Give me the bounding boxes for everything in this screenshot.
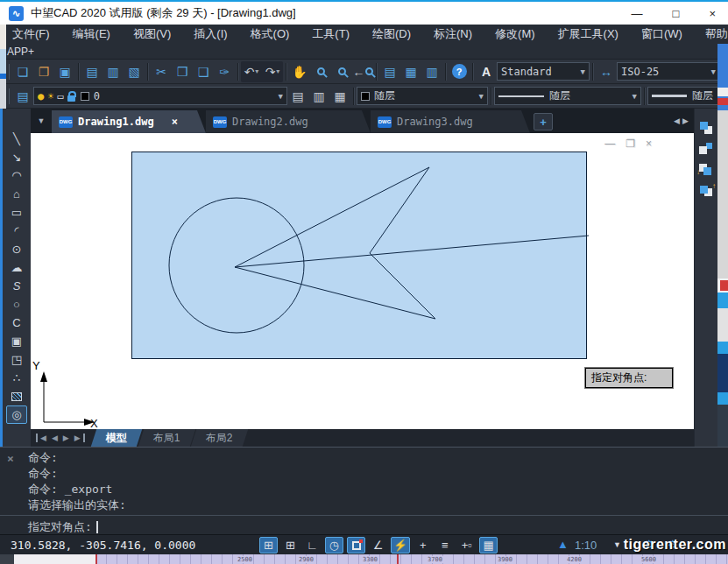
layer-isolate-button[interactable]: ▦ bbox=[329, 86, 350, 107]
tab-layout2[interactable]: 布局2 bbox=[191, 429, 248, 447]
menu-view[interactable]: 视图(V) bbox=[133, 26, 171, 42]
draw-point-button[interactable]: ∴ bbox=[6, 369, 27, 387]
hatch-button[interactable] bbox=[6, 387, 27, 405]
layer-plot-icon[interactable]: ▭ bbox=[57, 90, 63, 102]
layer-freeze-sun-icon[interactable]: ☀ bbox=[47, 90, 53, 102]
close-button[interactable]: × bbox=[709, 7, 716, 20]
osnap-toggle[interactable] bbox=[347, 537, 365, 553]
send-to-back-button[interactable] bbox=[698, 142, 714, 156]
layout-first-icon[interactable]: ◀ bbox=[36, 434, 46, 442]
new-tab-button[interactable]: + bbox=[534, 113, 553, 130]
undo-dropdown-icon[interactable]: ▾ bbox=[255, 67, 258, 75]
minimize-button[interactable]: — bbox=[632, 7, 643, 20]
dynamic-input-toggle[interactable]: ⚡ bbox=[391, 537, 410, 553]
print-button[interactable]: ▤ bbox=[81, 61, 102, 82]
copy-button[interactable]: ❒ bbox=[172, 61, 193, 82]
tab-list-dropdown-icon[interactable]: ▼ bbox=[31, 109, 52, 133]
region-button[interactable]: ◎ bbox=[6, 405, 27, 424]
bring-above-button[interactable]: ↓ bbox=[698, 163, 714, 177]
linetype-select[interactable]: 随层 ▼ bbox=[494, 87, 641, 105]
draw-line-button[interactable]: ╲ bbox=[6, 130, 27, 148]
tool-palettes-button[interactable]: ▥ bbox=[421, 61, 442, 82]
properties-palette-button[interactable]: ▤ bbox=[379, 61, 400, 82]
match-properties-button[interactable]: ✑ bbox=[214, 61, 235, 82]
tab-drawing3[interactable]: DWG Drawing3.dwg bbox=[371, 110, 530, 133]
new-file-button[interactable]: ❏ bbox=[12, 61, 33, 82]
maximize-button[interactable]: □ bbox=[673, 7, 680, 20]
text-style-icon[interactable]: A bbox=[476, 61, 497, 82]
menu-express-tools[interactable]: 扩展工具(X) bbox=[558, 26, 618, 42]
draw-polygon-button[interactable]: ⌂ bbox=[6, 185, 27, 203]
design-center-button[interactable]: ▦ bbox=[400, 61, 421, 82]
layout-prev-icon[interactable]: ◀ bbox=[52, 434, 58, 442]
dim-style-icon[interactable]: ↔ bbox=[596, 61, 617, 82]
layer-on-bulb-icon[interactable]: ● bbox=[38, 90, 44, 102]
save-button[interactable]: ▣ bbox=[54, 61, 75, 82]
menu-window[interactable]: 窗口(W) bbox=[641, 26, 682, 42]
draw-arc-button[interactable]: ◜ bbox=[6, 222, 27, 240]
redo-dropdown-icon[interactable]: ▾ bbox=[276, 67, 279, 75]
redo-button[interactable]: ↷▾ bbox=[262, 61, 283, 82]
tab-scroll-right-icon[interactable]: ▶ bbox=[682, 116, 689, 125]
tab-close-icon[interactable]: × bbox=[172, 116, 178, 128]
grid-toggle[interactable]: ⊞ bbox=[281, 537, 300, 553]
layer-previous-button[interactable]: ▤ bbox=[287, 86, 308, 107]
lineweight-select[interactable]: 随层 bbox=[647, 87, 720, 105]
draw-ellipse-button[interactable]: ○ bbox=[6, 295, 27, 314]
paste-button[interactable]: ❑ bbox=[193, 61, 214, 82]
draw-construction-line-button[interactable]: ↘ bbox=[6, 148, 27, 166]
menu-draw[interactable]: 绘图(D) bbox=[372, 26, 411, 42]
draw-rectangle-button[interactable]: ▭ bbox=[6, 203, 27, 222]
draw-polyline-button[interactable]: ◠ bbox=[6, 166, 27, 185]
layer-unlock-icon[interactable] bbox=[67, 95, 75, 102]
draw-revcloud-button[interactable]: ☁ bbox=[6, 258, 27, 277]
layout-next-icon[interactable]: ▶ bbox=[63, 434, 69, 442]
lineweight-toggle[interactable]: ≡ bbox=[435, 537, 454, 553]
layout-last-icon[interactable]: ▶ bbox=[74, 434, 85, 442]
tab-model[interactable]: 模型 bbox=[90, 429, 141, 447]
annotation-toggle[interactable]: +▫ bbox=[457, 537, 476, 553]
help-button[interactable]: ? bbox=[449, 61, 470, 82]
command-panel-close-icon[interactable]: × bbox=[7, 452, 14, 465]
snap-toggle[interactable]: ⊞ bbox=[259, 537, 278, 553]
draw-circle-button[interactable]: ⊙ bbox=[6, 240, 27, 258]
undo-button[interactable]: ↶▾ bbox=[241, 61, 262, 82]
tab-drawing1[interactable]: DWG Drawing1.dwg × bbox=[52, 110, 206, 133]
doc-minimize-icon[interactable]: — bbox=[604, 137, 615, 150]
bring-to-front-button[interactable] bbox=[698, 121, 714, 135]
drawing-canvas[interactable]: Y X 指定对角点: — ❐ × bbox=[31, 133, 694, 429]
text-style-select[interactable]: Standard ▼ bbox=[497, 62, 590, 81]
menu-format[interactable]: 格式(O) bbox=[251, 26, 290, 42]
menu-help[interactable]: 帮助(H) bbox=[705, 26, 728, 42]
pan-button[interactable]: ✋ bbox=[289, 61, 310, 82]
menu-insert[interactable]: 插入(I) bbox=[194, 26, 227, 42]
dim-style-select[interactable]: ISO-25 ▼ bbox=[617, 62, 720, 81]
send-under-button[interactable]: ↑ bbox=[698, 184, 714, 198]
menu-edit[interactable]: 编辑(E) bbox=[73, 26, 110, 42]
draw-spline-button[interactable]: S bbox=[6, 277, 27, 295]
make-block-button[interactable]: ◳ bbox=[6, 350, 27, 369]
polar-toggle[interactable]: ◷ bbox=[325, 537, 343, 553]
zoom-realtime-button[interactable] bbox=[310, 61, 331, 82]
tab-scroll-left-icon[interactable]: ◀ bbox=[674, 116, 680, 125]
menu-dimension[interactable]: 标注(N) bbox=[434, 26, 472, 42]
menu-modify[interactable]: 修改(M) bbox=[495, 26, 535, 42]
draw-ellipse-arc-button[interactable]: C bbox=[6, 314, 27, 332]
osnap-tracking-toggle[interactable]: ∠ bbox=[369, 537, 387, 553]
plot-export-button[interactable]: ▧ bbox=[124, 61, 145, 82]
layer-states-button[interactable]: ▥ bbox=[308, 86, 329, 107]
print-preview-button[interactable]: ▥ bbox=[102, 61, 124, 82]
zoom-window-button[interactable] bbox=[331, 61, 352, 82]
doc-close-icon[interactable]: × bbox=[646, 137, 652, 150]
cut-button[interactable]: ✂ bbox=[151, 61, 172, 82]
command-panel[interactable]: × 命令: 命令: 命令: _export 请选择输出的实体: 指定对角点: bbox=[0, 447, 728, 534]
ortho-toggle[interactable]: ∟ bbox=[303, 537, 322, 553]
insert-block-button[interactable]: ▣ bbox=[6, 332, 27, 350]
layer-select[interactable]: ● ☀ ▭ 0 ▼ bbox=[33, 87, 287, 105]
scale-dropdown-icon[interactable]: ▼ bbox=[613, 540, 621, 549]
annotation-scale-value[interactable]: 1:10 bbox=[575, 539, 597, 552]
annotation-scale-toggle[interactable]: ▦ bbox=[479, 537, 498, 553]
command-input[interactable]: 指定对角点: bbox=[28, 519, 98, 535]
tab-layout1[interactable]: 布局1 bbox=[138, 429, 194, 447]
tab-drawing2[interactable]: DWG Drawing2.dwg bbox=[206, 110, 371, 133]
